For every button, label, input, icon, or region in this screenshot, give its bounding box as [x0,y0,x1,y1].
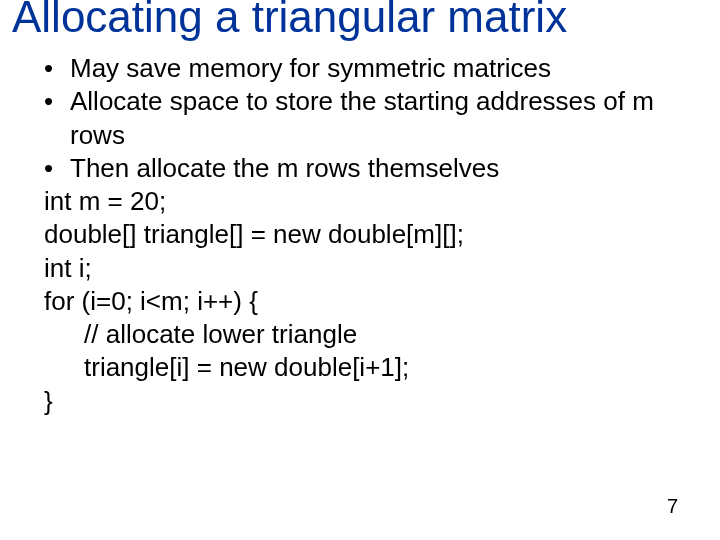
code-line: double[] triangle[] = new double[m][]; [44,218,700,251]
slide-title: Allocating a triangular matrix [12,0,708,40]
code-line: } [44,385,700,418]
slide-body: May save memory for symmetric matrices A… [44,52,700,418]
bullet-item: Allocate space to store the starting add… [44,85,700,152]
slide: Allocating a triangular matrix May save … [0,0,720,540]
page-number: 7 [667,495,678,518]
bullet-item: Then allocate the m rows themselves [44,152,700,185]
code-line: for (i=0; i<m; i++) { [44,285,700,318]
code-line: int m = 20; [44,185,700,218]
bullet-item: May save memory for symmetric matrices [44,52,700,85]
code-line: int i; [44,252,700,285]
code-line: triangle[i] = new double[i+1]; [44,351,700,384]
code-line: // allocate lower triangle [44,318,700,351]
